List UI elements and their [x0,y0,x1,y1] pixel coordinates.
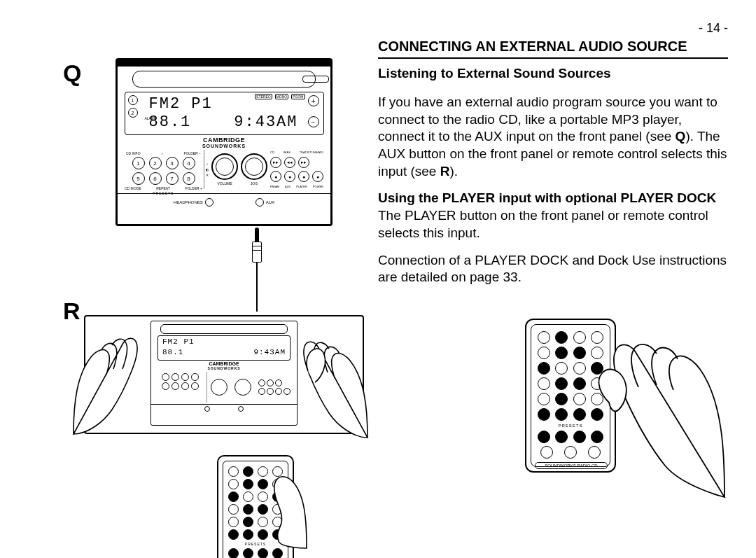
subhead-listening: Listening to External Sound Sources [378,66,728,81]
audio-plug-illustration [248,228,265,312]
next-icon: ▸▸ [298,157,309,168]
alarm-label: ALARM [145,116,157,120]
control-panel: CD INFO♪FOLDER − 1 2 3 4 5 6 7 8 CD MODE… [123,150,325,189]
preset-8-button: 8 [183,172,195,185]
body-paragraphs: If you have an external audio program so… [378,94,728,286]
preset-5-button: 5 [132,172,145,185]
jack-bar: HEADPHONES AUX [118,193,330,211]
preset-1-button: 1 [132,157,145,169]
remote-with-hand: PRESETS SOUNDWORKS RADIO CD [525,312,721,522]
lcd-time: 9:43AM [234,113,298,132]
subhead-player: Using the PLAYER input with optional PLA… [378,190,716,205]
lcd-line1: FM2 P1 [149,95,213,113]
transport-buttons: CDSEEKTRACK/TUNE/ADJ ▸▸ ◂◂ ▸▸ ● ● ● ● [270,151,323,188]
aux-button: ● [284,171,295,182]
mode-icons: ♪◐✕ [206,162,209,177]
play-icon: ▸▸ [270,157,281,168]
left-hand-icon [70,319,175,438]
lcd-display: 1 2 ALARM STEREO MONO PGOM + − FM2 P1 [125,92,324,135]
cd-slot [132,71,316,88]
section-title: CONNECTING AN EXTERNAL AUDIO SOURCE [378,39,728,59]
indicator-2-icon: 2 [128,108,138,118]
lcd-mode-icons: STEREO MONO PGOM [255,94,304,99]
preset-7-button: 7 [166,172,178,185]
preset-section: CD INFO♪FOLDER − 1 2 3 4 5 6 7 8 CD MODE… [123,150,204,189]
preset-3-button: 3 [166,157,178,169]
power-button: ● [312,171,323,182]
figure-label-q: Q [63,60,81,87]
brand-label: CAMBRIDGE SOUNDWORKS [118,137,330,148]
prev-icon: ◂◂ [284,157,295,168]
volume-knob [211,153,238,180]
fm-button: ● [270,171,281,182]
page-number: - 14 - [378,21,728,36]
pgom-icon: PGOM [291,94,304,99]
preset-6-button: 6 [149,172,162,185]
headphones-jack: HEADPHONES [174,198,214,207]
remote-control-2: PRESETS SOUNDWORKS RADIO CD [525,319,616,473]
preset-2-button: 2 [149,157,162,169]
minus-icon: − [308,116,319,127]
jog-knob [241,153,267,180]
mono-icon: MONO [275,94,289,99]
figure-r-illustration: FM2 P1 88.19:43AM CAMBRIDGESOUNDWORKS [84,315,364,558]
stereo-icon: STEREO [255,94,272,99]
plus-icon: + [308,95,319,106]
indicator-1-icon: 1 [128,95,138,105]
figures-column: Q R 1 2 ALARM STEREO MONO PGOM + − [42,21,350,537]
device-q-illustration: 1 2 ALARM STEREO MONO PGOM + − FM2 P1 [115,58,332,226]
player-button: ● [298,171,309,182]
right-hand-icon [266,322,371,441]
aux-jack: AUX [255,198,274,207]
remote-control-1: PRESETS SOUNDWORKS RADIO CD [217,455,294,558]
preset-4-button: 4 [183,157,195,169]
